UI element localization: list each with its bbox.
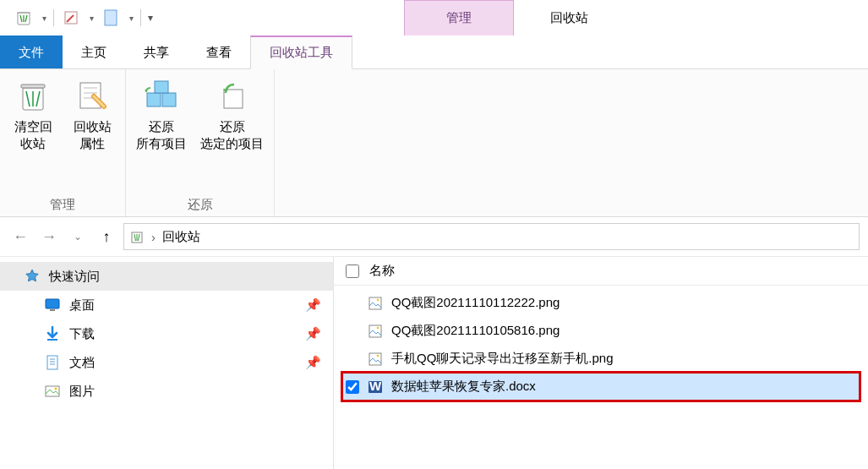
restore-selected-icon bbox=[214, 78, 251, 115]
recycle-bin-empty-icon bbox=[14, 78, 52, 115]
context-tab-label: 管理 bbox=[446, 10, 472, 26]
button-label: 还原 选定的项目 bbox=[200, 118, 264, 151]
breadcrumb-location[interactable]: 回收站 bbox=[162, 229, 200, 245]
restore-selected-button[interactable]: 还原 选定的项目 bbox=[194, 74, 270, 194]
svg-rect-9 bbox=[224, 90, 243, 108]
qat-dropdown-icon[interactable]: ▾ bbox=[90, 14, 94, 23]
context-tab-manage[interactable]: 管理 bbox=[404, 0, 514, 35]
svg-rect-21 bbox=[369, 353, 381, 365]
content-split: 快速访问 桌面 📌 下载 📌 文档 📌 图片 bbox=[0, 256, 868, 469]
tab-recycle-tools[interactable]: 回收站工具 bbox=[250, 35, 352, 69]
nav-up-button[interactable]: ↑ bbox=[95, 225, 118, 248]
tab-label: 文件 bbox=[19, 45, 44, 61]
button-label: 清空回 收站 bbox=[14, 118, 52, 151]
tab-file[interactable]: 文件 bbox=[0, 35, 63, 68]
image-file-icon bbox=[368, 324, 383, 339]
svg-rect-2 bbox=[105, 10, 117, 25]
new-blank-icon[interactable] bbox=[101, 8, 121, 28]
nav-forward-button[interactable]: → bbox=[37, 225, 61, 248]
restore-all-button[interactable]: 还原 所有项目 bbox=[129, 74, 194, 194]
file-row[interactable]: QQ截图20211110105816.png bbox=[342, 317, 860, 345]
svg-rect-7 bbox=[162, 93, 176, 106]
tab-home[interactable]: 主页 bbox=[63, 35, 125, 68]
ribbon-tabs: 文件 主页 共享 查看 回收站工具 bbox=[0, 35, 868, 69]
svg-rect-8 bbox=[155, 81, 168, 93]
titlebar-spacer bbox=[160, 0, 404, 35]
file-row[interactable]: W数据蛙苹果恢复专家.docx bbox=[342, 373, 860, 401]
nav-label: 下载 bbox=[69, 326, 95, 342]
column-header-name[interactable]: 名称 bbox=[369, 263, 395, 279]
svg-rect-13 bbox=[47, 339, 57, 341]
button-label: 还原 所有项目 bbox=[136, 118, 187, 151]
file-name: 手机QQ聊天记录导出迁移至新手机.png bbox=[391, 351, 614, 367]
navigation-pane: 快速访问 桌面 📌 下载 📌 文档 📌 图片 bbox=[0, 257, 334, 469]
window-title-text: 回收站 bbox=[550, 10, 588, 26]
window-title: 回收站 bbox=[514, 0, 624, 35]
image-file-icon bbox=[368, 296, 383, 311]
image-file-icon bbox=[368, 352, 383, 367]
svg-point-20 bbox=[377, 326, 379, 329]
svg-point-18 bbox=[377, 298, 379, 301]
pin-icon: 📌 bbox=[305, 297, 321, 313]
tab-view[interactable]: 查看 bbox=[188, 35, 250, 68]
file-name: 数据蛙苹果恢复专家.docx bbox=[391, 379, 536, 395]
nav-pictures[interactable]: 图片 bbox=[0, 377, 333, 406]
empty-recycle-bin-button[interactable]: 清空回 收站 bbox=[3, 74, 63, 194]
file-row[interactable]: QQ截图20211110112222.png bbox=[342, 289, 860, 317]
address-box[interactable]: › 回收站 bbox=[123, 223, 860, 250]
tab-label: 查看 bbox=[206, 45, 232, 61]
file-name: QQ截图20211110112222.png bbox=[391, 295, 560, 311]
nav-label: 图片 bbox=[69, 384, 95, 400]
qat-dropdown-icon[interactable]: ▾ bbox=[42, 14, 46, 23]
star-icon bbox=[24, 268, 41, 285]
nav-label: 快速访问 bbox=[49, 269, 100, 285]
select-all-checkbox[interactable] bbox=[346, 264, 359, 278]
qat-overflow-icon[interactable]: ▾ bbox=[129, 14, 134, 23]
tab-share[interactable]: 共享 bbox=[125, 35, 188, 68]
nav-quick-access[interactable]: 快速访问 bbox=[0, 262, 333, 291]
recycle-bin-icon[interactable] bbox=[14, 8, 34, 28]
breadcrumb-separator: › bbox=[151, 230, 156, 244]
word-file-icon: W bbox=[368, 379, 383, 395]
pin-icon: 📌 bbox=[305, 355, 321, 370]
nav-recent-dropdown[interactable]: ⌄ bbox=[66, 225, 90, 248]
nav-documents[interactable]: 文档 📌 bbox=[0, 348, 333, 377]
nav-back-button[interactable]: ← bbox=[8, 225, 32, 248]
tab-label: 回收站工具 bbox=[270, 45, 333, 61]
svg-point-16 bbox=[55, 388, 57, 390]
ribbon-group-manage: 清空回 收站 回收站 属性 管理 bbox=[0, 69, 126, 216]
button-label: 回收站 属性 bbox=[74, 118, 112, 151]
svg-rect-12 bbox=[50, 309, 55, 311]
properties-icon[interactable] bbox=[61, 8, 81, 28]
quick-access-toolbar: ▾ ▾ ▾ ▾ bbox=[0, 0, 160, 35]
svg-rect-17 bbox=[369, 297, 381, 309]
svg-point-22 bbox=[377, 354, 379, 357]
nav-label: 桌面 bbox=[69, 297, 95, 314]
file-list-pane: 名称 QQ截图20211110112222.pngQQ截图20211110105… bbox=[334, 257, 868, 469]
desktop-icon bbox=[44, 297, 61, 314]
nav-label: 文档 bbox=[69, 355, 95, 371]
file-name: QQ截图20211110105816.png bbox=[391, 323, 560, 339]
qat-customize-icon[interactable]: ▾ bbox=[148, 12, 153, 24]
ribbon: 清空回 收站 回收站 属性 管理 还原 所有项目 还 bbox=[0, 69, 868, 217]
file-row[interactable]: 手机QQ聊天记录导出迁移至新手机.png bbox=[342, 345, 860, 373]
qat-separator bbox=[140, 9, 141, 26]
properties-sheet-icon bbox=[74, 78, 111, 115]
title-bar: ▾ ▾ ▾ ▾ 管理 回收站 bbox=[0, 0, 868, 35]
file-row-checkbox[interactable] bbox=[346, 380, 359, 394]
ribbon-group-title: 还原 bbox=[129, 194, 270, 215]
tab-label: 主页 bbox=[81, 45, 106, 61]
svg-rect-6 bbox=[147, 93, 161, 106]
tab-label: 共享 bbox=[144, 45, 169, 61]
nav-downloads[interactable]: 下载 📌 bbox=[0, 319, 333, 348]
nav-desktop[interactable]: 桌面 📌 bbox=[0, 291, 333, 319]
qat-separator bbox=[53, 9, 54, 26]
list-header: 名称 bbox=[334, 257, 868, 286]
recycle-bin-properties-button[interactable]: 回收站 属性 bbox=[63, 74, 122, 194]
svg-rect-14 bbox=[47, 356, 57, 369]
restore-all-icon bbox=[143, 78, 180, 115]
svg-text:W: W bbox=[369, 379, 382, 393]
downloads-icon bbox=[44, 325, 61, 342]
documents-icon bbox=[44, 354, 61, 371]
ribbon-group-title: 管理 bbox=[3, 194, 122, 215]
